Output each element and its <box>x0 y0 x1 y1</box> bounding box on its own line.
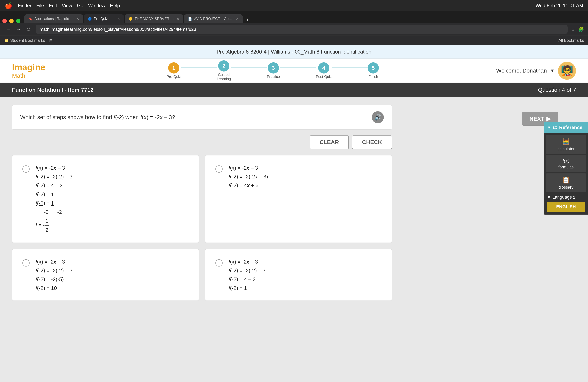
address-bar-row: ← → ↺ ☆ 🧩 <box>0 23 588 36</box>
step-label-3: Practice <box>267 75 280 79</box>
check-button[interactable]: CHECK <box>352 135 392 149</box>
choice-radio-b[interactable] <box>215 165 223 173</box>
menubar-right: Wed Feb 26 11:01 AM <box>536 3 583 8</box>
reload-button[interactable]: ↺ <box>25 26 32 33</box>
user-area: Welcome, Donathan ▼ 🧑‍🏫 <box>496 62 576 80</box>
bookmark-grid[interactable]: ⊞ <box>49 38 53 43</box>
next-arrow-icon: ▶ <box>546 115 551 122</box>
tab-applications[interactable]: 🔖 Applications | RapidIdentity ✕ <box>24 14 83 23</box>
language-button[interactable]: ENGLISH <box>547 202 585 212</box>
logo-math: Math <box>12 72 45 79</box>
language-label: Language <box>552 195 572 200</box>
banner-text: Pre-Algebra 8-8200-4 | Williams - 00_Mat… <box>217 49 371 55</box>
address-input[interactable] <box>36 25 567 34</box>
edit-menu[interactable]: Edit <box>49 3 57 8</box>
glossary-label: glossary <box>559 185 573 190</box>
tab-modx[interactable]: 🟡 THE MODX SERVER! o-O ... ✕ <box>125 14 183 23</box>
logo-imagine: Imagine <box>12 62 45 72</box>
choice-radio-c[interactable] <box>22 259 30 267</box>
progress-step-1[interactable]: 1 Pre-Quiz <box>167 62 181 79</box>
extensions-icon[interactable]: 🧩 <box>578 27 584 32</box>
dropdown-icon[interactable]: ▼ <box>550 68 555 74</box>
tab-bar: 🔖 Applications | RapidIdentity ✕ 🔵 Pre Q… <box>0 11 588 23</box>
step-circle-5: 5 <box>368 62 379 74</box>
reference-collapse-icon[interactable]: ▼ <box>547 125 551 130</box>
file-menu[interactable]: File <box>36 3 44 8</box>
question-box: Which set of steps shows how to find f(-… <box>12 105 392 130</box>
tab-label-3: THE MODX SERVER! o-O ... <box>135 17 175 21</box>
step-label-1: Pre-Quiz <box>167 75 181 79</box>
tab-prequiz[interactable]: 🔵 Pre Quiz ✕ <box>84 14 124 23</box>
go-menu[interactable]: Go <box>77 3 84 8</box>
formulas-label: formulas <box>558 165 574 169</box>
choice-content-d: f(x) = -2x – 3 f(-2) = -2(-2) – 3 f(-2) … <box>229 257 265 293</box>
formulas-icon: f(x) <box>548 158 584 164</box>
reference-header[interactable]: ▼ 🗂 Reference <box>544 122 588 133</box>
question-bar: Function Notation I - Item 7712 Question… <box>0 83 588 97</box>
finder-menu[interactable]: Finder <box>18 3 31 8</box>
view-menu[interactable]: View <box>62 3 72 8</box>
tab-close-4[interactable]: ✕ <box>236 17 239 21</box>
tab-close-2[interactable]: ✕ <box>117 17 120 21</box>
minimize-button[interactable] <box>9 19 14 23</box>
bookmark-student[interactable]: 📁 Student Bookmarks <box>4 38 45 43</box>
back-button[interactable]: ← <box>4 26 12 33</box>
formulas-item[interactable]: f(x) formulas <box>546 155 586 172</box>
tab-close-1[interactable]: ✕ <box>76 17 79 21</box>
glossary-item[interactable]: 📋 glossary <box>546 173 586 192</box>
choice-radio-d[interactable] <box>215 259 223 267</box>
menubar-clock: Wed Feb 26 11:01 AM <box>536 3 583 8</box>
choice-card-a: f(x) = -2x – 3 f(-2) = -2(-2) – 3 f(-2) … <box>12 155 199 243</box>
bookmark-label: Student Bookmarks <box>10 38 45 43</box>
new-tab-button[interactable]: + <box>243 17 252 23</box>
progress-step-4[interactable]: 4 Post-Quiz <box>316 62 332 79</box>
progress-step-5[interactable]: 5 Finish <box>368 62 379 79</box>
address-icons: ☆ 🧩 <box>571 27 584 32</box>
tab-favicon-3: 🟡 <box>129 17 133 21</box>
progress-step-2[interactable]: 2 Guided Learning <box>217 60 231 81</box>
clear-button[interactable]: CLEAR <box>310 135 349 149</box>
tab-label-4: AVID PROJECT – Google Doc... <box>194 17 234 21</box>
language-collapse-icon[interactable]: ▼ <box>547 195 551 200</box>
action-buttons: CLEAR CHECK <box>12 135 392 149</box>
all-bookmarks[interactable]: All Bookmarks <box>558 38 584 43</box>
menu-items: Finder File Edit View Go Window Help <box>18 3 120 8</box>
forward-button[interactable]: → <box>14 26 23 33</box>
step-label-4: Post-Quiz <box>316 75 332 79</box>
step-circle-2: 2 <box>218 60 230 72</box>
choice-card-c: f(x) = -2x – 3 f(-2) = -2(-2) – 3 f(-2) … <box>12 249 199 301</box>
language-panel: ▼ Language ℹ ENGLISH <box>544 192 588 215</box>
calculator-icon: 🧮 <box>548 138 584 145</box>
step-line-1-2 <box>181 68 217 68</box>
bookmarks-bar: 📁 Student Bookmarks ⊞ All Bookmarks <box>0 36 588 45</box>
reference-items: 🧮 calculator f(x) formulas 📋 glossary <box>544 133 588 194</box>
bookmark-icon[interactable]: ☆ <box>571 27 575 32</box>
page-banner: Pre-Algebra 8-8200-4 | Williams - 00_Mat… <box>0 45 588 59</box>
tab-avid[interactable]: 📄 AVID PROJECT – Google Doc... ✕ <box>184 14 243 23</box>
close-button[interactable] <box>2 19 7 23</box>
calculator-item[interactable]: 🧮 calculator <box>546 135 586 154</box>
choice-card-b: f(x) = -2x – 3 f(-2) = -2(-2x – 3) f(-2)… <box>205 155 392 243</box>
fullscreen-button[interactable] <box>16 19 21 23</box>
choices-grid: f(x) = -2x – 3 f(-2) = -2(-2) – 3 f(-2) … <box>12 155 392 301</box>
apple-icon[interactable]: 🍎 <box>5 2 12 9</box>
logo-area: Imagine Math <box>12 62 45 79</box>
audio-button[interactable]: 🔊 <box>372 111 384 123</box>
language-info-icon[interactable]: ℹ <box>573 195 575 200</box>
tab-close-3[interactable]: ✕ <box>177 17 179 21</box>
avatar: 🧑‍🏫 <box>558 62 576 80</box>
glossary-icon: 📋 <box>548 176 584 184</box>
progress-bar: 1 Pre-Quiz 2 Guided Learning 3 Practice … <box>57 60 488 81</box>
calculator-label: calculator <box>557 147 575 151</box>
step-circle-1: 1 <box>168 62 179 74</box>
progress-step-3[interactable]: 3 Practice <box>267 62 280 79</box>
choice-radio-a[interactable] <box>22 165 30 173</box>
choice-content-c: f(x) = -2x – 3 f(-2) = -2(-2) – 3 f(-2) … <box>36 257 72 293</box>
help-menu[interactable]: Help <box>110 3 120 8</box>
step-line-3-4 <box>280 68 316 68</box>
reference-panel: ▼ 🗂 Reference 🧮 calculator f(x) formulas… <box>544 122 588 194</box>
tab-favicon-2: 🔵 <box>88 17 92 21</box>
language-header: ▼ Language ℹ <box>547 195 585 200</box>
nav-buttons: ← → ↺ <box>4 26 32 33</box>
window-menu[interactable]: Window <box>88 3 105 8</box>
